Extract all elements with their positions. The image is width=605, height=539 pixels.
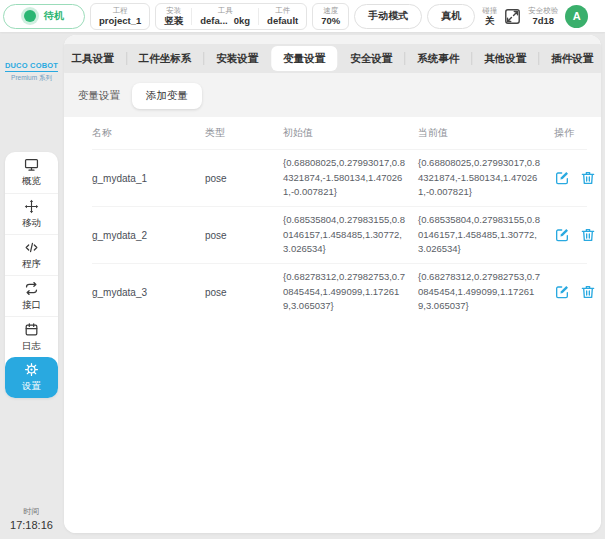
variable-current-value: {0.68278312,0.27982753,0.70845454,1.4990…	[418, 270, 554, 314]
monitor-icon	[24, 157, 39, 172]
speed-value: 70%	[321, 15, 340, 27]
manual-mode-button[interactable]: 手动模式	[354, 4, 422, 29]
variable-type: pose	[205, 287, 283, 298]
sidebar-item-label: 移动	[22, 217, 41, 230]
variable-table: 名称 类型 初始值 当前值 操作 g_mydata_1 pose {0.6880…	[64, 117, 601, 533]
edit-icon[interactable]	[554, 284, 570, 300]
mount-tool-workpiece-box: 安装 竖装 工具 defa... 0kg 工件 default	[155, 3, 307, 30]
col-header-current: 当前值	[418, 126, 554, 140]
edit-icon[interactable]	[554, 227, 570, 243]
tab-variable-settings[interactable]: 变量设置	[271, 46, 337, 71]
edit-icon[interactable]	[554, 170, 570, 186]
variable-current-value: {0.68535804,0.27983155,0.80146157,1.4584…	[418, 213, 554, 257]
table-row: g_mydata_1 pose {0.68808025,0.27993017,0…	[92, 149, 587, 206]
table-row: g_mydata_3 pose {0.68278312,0.27982753,0…	[92, 263, 587, 320]
app-window: 待机 工程 project_1 安装 竖装 工具 defa... 0kg	[0, 0, 605, 539]
safety-check-value: 7d18	[532, 15, 554, 27]
brand-logo: DUCO COBOT Premium 系列	[0, 54, 63, 83]
sidebar-item-interface[interactable]: 接口	[5, 275, 58, 316]
collision-value: 关	[485, 15, 495, 27]
sidebar-item-settings[interactable]: 设置	[5, 357, 58, 398]
sidebar-item-label: 日志	[22, 340, 41, 353]
variable-initial-value: {0.68808025,0.27993017,0.84321874,-1.580…	[283, 156, 418, 200]
sidebar-item-label: 设置	[22, 380, 41, 393]
sidebar-item-move[interactable]: 移动	[5, 193, 58, 234]
variable-name: g_mydata_3	[92, 287, 205, 298]
tab-other-settings[interactable]: 其他设置	[472, 44, 538, 73]
real-robot-button[interactable]: 真机	[427, 4, 475, 29]
top-bar: 待机 工程 project_1 安装 竖装 工具 defa... 0kg	[0, 0, 605, 32]
sidebar-item-program[interactable]: 程序	[5, 234, 58, 275]
status-dot-icon	[24, 10, 36, 22]
tab-safety-settings[interactable]: 安全设置	[338, 44, 404, 73]
mount-section[interactable]: 安装 竖装	[156, 4, 191, 29]
col-header-name: 名称	[92, 126, 205, 140]
workpiece-section[interactable]: 工件 default	[259, 4, 306, 29]
status-label: 待机	[44, 9, 64, 23]
time-label: 时间	[0, 506, 63, 517]
settings-tab-bar: 工具设置 工件坐标系 安装设置 变量设置 安全设置 系统事件 其他设置 插件设置	[64, 44, 601, 73]
delete-icon[interactable]	[580, 284, 596, 300]
collision-label: 碰撞	[482, 6, 497, 15]
tab-tool-settings[interactable]: 工具设置	[64, 44, 126, 73]
variable-subtab-row: 变量设置 添加变量	[78, 83, 202, 109]
col-header-type: 类型	[205, 126, 283, 140]
code-icon	[24, 240, 39, 255]
mount-value: 竖装	[164, 15, 183, 27]
tab-mount-settings[interactable]: 安装设置	[204, 44, 270, 73]
tab-workpiece-frame[interactable]: 工件坐标系	[127, 44, 204, 73]
variable-type: pose	[205, 173, 283, 184]
col-header-ops: 操作	[554, 126, 587, 140]
collision-toggle[interactable]: 碰撞 关	[480, 6, 499, 27]
speed-label: 速度	[323, 6, 338, 15]
delete-icon[interactable]	[580, 170, 596, 186]
workpiece-label: 工件	[275, 6, 290, 15]
sidebar-menu: 概览 移动 程序	[5, 152, 58, 398]
workpiece-value: default	[267, 15, 298, 27]
robot-status-button[interactable]: 待机	[3, 4, 85, 29]
fullscreen-expand-icon[interactable]	[504, 8, 521, 25]
move-icon	[24, 199, 39, 214]
project-box[interactable]: 工程 project_1	[90, 3, 150, 30]
variable-initial-value: {0.68278312,0.27982753,0.70845454,1.4990…	[283, 270, 418, 314]
tool-payload: 0kg	[234, 15, 250, 27]
sidebar-item-label: 程序	[22, 258, 41, 271]
user-avatar[interactable]: A	[565, 5, 588, 28]
variable-name: g_mydata_1	[92, 173, 205, 184]
system-time: 时间 17:18:16	[0, 506, 63, 531]
tool-value: defa...	[200, 15, 227, 27]
safety-check-label: 安全校验	[528, 6, 558, 15]
col-header-initial: 初始值	[283, 126, 418, 140]
project-value: project_1	[99, 15, 141, 27]
brand-subtitle: Premium 系列	[0, 74, 63, 83]
tab-system-events[interactable]: 系统事件	[405, 44, 471, 73]
sidebar-item-overview[interactable]: 概览	[5, 152, 58, 193]
tool-section[interactable]: 工具 defa... 0kg	[192, 4, 258, 29]
subtab-variable-list[interactable]: 变量设置	[78, 89, 120, 103]
sidebar-item-label: 接口	[22, 299, 41, 312]
tab-plugin-settings[interactable]: 插件设置	[539, 44, 601, 73]
tool-label: 工具	[218, 6, 233, 15]
calendar-icon	[24, 322, 39, 337]
variable-name: g_mydata_2	[92, 230, 205, 241]
safety-check-indicator: 安全校验 7d18	[526, 6, 560, 27]
project-label: 工程	[113, 6, 128, 15]
table-header-row: 名称 类型 初始值 当前值 操作	[92, 117, 587, 149]
table-row: g_mydata_2 pose {0.68535804,0.27983155,0…	[92, 206, 587, 263]
sidebar: DUCO COBOT Premium 系列 概览 移动	[0, 32, 63, 539]
mount-label: 安装	[166, 6, 181, 15]
swap-icon	[24, 281, 39, 296]
add-variable-button[interactable]: 添加变量	[132, 83, 202, 109]
time-value: 17:18:16	[0, 519, 63, 531]
settings-panel: 工具设置 工件坐标系 安装设置 变量设置 安全设置 系统事件 其他设置 插件设置…	[64, 35, 601, 533]
speed-box[interactable]: 速度 70%	[312, 3, 349, 30]
variable-type: pose	[205, 230, 283, 241]
settings-header: 工具设置 工件坐标系 安装设置 变量设置 安全设置 系统事件 其他设置 插件设置…	[64, 35, 601, 117]
sidebar-item-label: 概览	[22, 175, 41, 188]
brand-title: DUCO COBOT	[5, 61, 58, 72]
variable-initial-value: {0.68535804,0.27983155,0.80146157,1.4584…	[283, 213, 418, 257]
delete-icon[interactable]	[580, 227, 596, 243]
gear-icon	[24, 362, 39, 377]
variable-current-value: {0.68808025,0.27993017,0.84321874,-1.580…	[418, 156, 554, 200]
sidebar-item-log[interactable]: 日志	[5, 316, 58, 357]
